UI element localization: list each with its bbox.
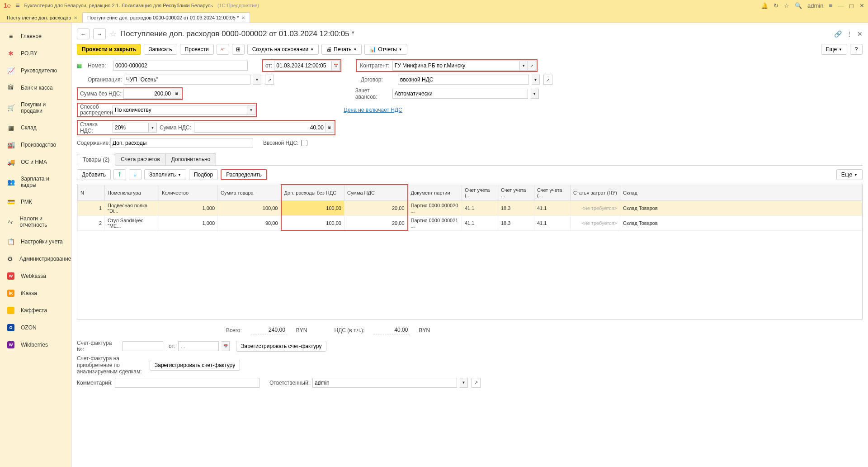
post-button[interactable]: Провести — [180, 44, 214, 55]
col-exp[interactable]: Доп. расходы без НДС — [281, 185, 344, 200]
sum-novat-field[interactable] — [123, 89, 173, 99]
col-qty[interactable]: Количество — [159, 185, 218, 200]
sidebar-item-rmk[interactable]: 💳РМК — [0, 193, 71, 210]
cell-acc1[interactable]: 41.1 — [462, 215, 498, 230]
vat-sum-input[interactable] — [196, 124, 324, 131]
vat-rate-field[interactable] — [113, 123, 149, 133]
maximize-icon[interactable]: ◻ — [849, 2, 854, 9]
goods-table[interactable]: N Номенклатура Количество Сумма товара Д… — [77, 184, 863, 319]
sidebar-item-ozon[interactable]: OOZON — [0, 319, 71, 336]
counterparty-open[interactable]: ↗ — [528, 61, 536, 71]
vat-rate-input[interactable] — [115, 124, 146, 131]
col-acc1[interactable]: Счет учета (... — [462, 185, 498, 200]
invoice-date-field[interactable] — [178, 341, 219, 351]
tab-close-icon[interactable]: ✕ — [241, 15, 245, 20]
dist-input[interactable] — [115, 107, 245, 113]
col-acc3[interactable]: Счет учета (... — [534, 185, 571, 200]
save-button[interactable]: Записать — [144, 44, 177, 55]
print-button[interactable]: 🖨 Печать ▼ — [321, 44, 362, 55]
date-input[interactable] — [276, 62, 330, 69]
tab-close-icon[interactable]: ✕ — [74, 15, 77, 20]
vat-sum-field[interactable] — [194, 123, 326, 133]
structure-button[interactable]: ⊞ — [232, 44, 245, 55]
sidebar-item-production[interactable]: 🏭Производство — [0, 136, 71, 153]
table-more-button[interactable]: Еще ▼ — [836, 169, 863, 180]
cell-acc3[interactable]: 41.1 — [534, 215, 571, 230]
move-up-button[interactable]: 🡑 — [113, 169, 126, 180]
comment-input[interactable] — [117, 380, 257, 386]
col-wh[interactable]: Склад — [620, 185, 862, 200]
responsible-open[interactable]: ↗ — [472, 378, 481, 388]
sidebar-item-bank[interactable]: 🏛Банк и касса — [0, 79, 71, 96]
table-row[interactable]: 2 Стул Sandalyeci "ME... 1,000 90,00 100… — [78, 215, 862, 230]
dt-kt-button[interactable]: Ат — [217, 44, 229, 55]
invoice-num-field[interactable] — [123, 341, 163, 351]
cell-qty[interactable]: 1,000 — [159, 215, 218, 230]
comment-field[interactable] — [115, 378, 259, 388]
sidebar-item-manager[interactable]: 📈Руководителю — [0, 62, 71, 79]
number-input[interactable] — [115, 62, 245, 69]
sidebar-item-wildberries[interactable]: WWildberries — [0, 336, 71, 353]
contract-input[interactable] — [400, 76, 527, 83]
subtab-goods[interactable]: Товары (2) — [77, 154, 115, 166]
cell-batch[interactable]: Партия 0000-000020 ... — [408, 200, 462, 215]
cell-n[interactable]: 1 — [78, 200, 105, 215]
vat-rate-dropdown[interactable]: ▼ — [149, 123, 157, 133]
sum-novat-input[interactable] — [126, 91, 171, 97]
sidebar-item-assets[interactable]: 🚚ОС и НМА — [0, 153, 71, 171]
dist-field[interactable] — [113, 105, 247, 115]
user-label[interactable]: admin — [807, 2, 823, 9]
date-picker-button[interactable]: 📅 — [332, 61, 340, 71]
tab-2[interactable]: Поступление доп. расходов 0000-000002 от… — [82, 12, 250, 23]
col-vat[interactable]: Сумма НДС — [344, 185, 408, 200]
contract-dropdown[interactable]: ▼ — [532, 75, 540, 85]
contract-open[interactable]: ↗ — [543, 75, 552, 85]
org-dropdown[interactable]: ▼ — [253, 75, 261, 85]
invoice-date-input[interactable] — [180, 343, 217, 349]
vat-calc-button[interactable]: 🖩 — [326, 123, 334, 133]
sidebar-item-sales[interactable]: 🛒Покупки и продажи — [0, 96, 71, 119]
advance-dropdown[interactable]: ▼ — [531, 89, 539, 99]
more-icon[interactable]: ⋮ — [846, 30, 853, 38]
cell-acc2[interactable]: 18.3 — [498, 215, 534, 230]
close-icon[interactable]: ✕ — [859, 2, 864, 9]
cell-sum[interactable]: 90,00 — [218, 215, 281, 230]
forward-button[interactable]: → — [93, 29, 106, 39]
col-n[interactable]: N — [78, 185, 105, 200]
bell-icon[interactable]: 🔔 — [761, 2, 768, 9]
cell-vat[interactable]: 20,00 — [344, 200, 408, 215]
advance-field[interactable] — [392, 89, 528, 99]
add-button[interactable]: Добавить — [77, 169, 111, 180]
content-input[interactable] — [113, 140, 251, 146]
sidebar-item-ikassa[interactable]: iKiKassa — [0, 285, 71, 302]
cell-n[interactable]: 2 — [78, 215, 105, 230]
close-doc-icon[interactable]: ✕ — [857, 30, 863, 38]
register-invoice-button[interactable]: Зарегистрировать счет-фактуру — [236, 341, 326, 352]
tab-1[interactable]: Поступление доп. расходов ✕ — [2, 12, 82, 23]
cell-acc3[interactable]: 41.1 — [534, 200, 571, 215]
col-nom[interactable]: Номенклатура — [105, 185, 159, 200]
minimize-icon[interactable]: — — [838, 2, 844, 9]
distribute-button[interactable]: Распределить — [221, 169, 267, 180]
counterparty-field[interactable] — [392, 61, 520, 71]
date-field[interactable] — [274, 61, 332, 71]
col-sum[interactable]: Сумма товара — [218, 185, 281, 200]
invoice-date-picker[interactable]: 📅 — [222, 341, 230, 351]
search-icon[interactable]: 🔍 — [795, 2, 802, 9]
reports-button[interactable]: 📊 Отчеты ▼ — [364, 44, 407, 55]
star-icon[interactable]: ☆ — [784, 2, 789, 9]
cell-exp[interactable]: 100,00 — [281, 200, 344, 215]
content-field[interactable] — [110, 138, 253, 148]
cell-acc2[interactable]: 18.3 — [498, 200, 534, 215]
cell-qty[interactable]: 1,000 — [159, 200, 218, 215]
sidebar-item-poby[interactable]: ✱PO.BY — [0, 45, 71, 62]
link-icon[interactable]: 🔗 — [834, 30, 842, 38]
cell-nom[interactable]: Стул Sandalyeci "ME... — [105, 215, 159, 230]
register-invoice2-button[interactable]: Зарегистрировать счет-фактуру — [150, 360, 240, 371]
cell-sum[interactable]: 100,00 — [218, 200, 281, 215]
fill-button[interactable]: Заполнить ▼ — [144, 169, 186, 180]
number-field[interactable] — [113, 61, 248, 71]
sidebar-item-main[interactable]: ≡Главное — [0, 28, 71, 45]
move-down-button[interactable]: 🡓 — [129, 169, 142, 180]
sidebar-item-warehouse[interactable]: ▦Склад — [0, 119, 71, 136]
